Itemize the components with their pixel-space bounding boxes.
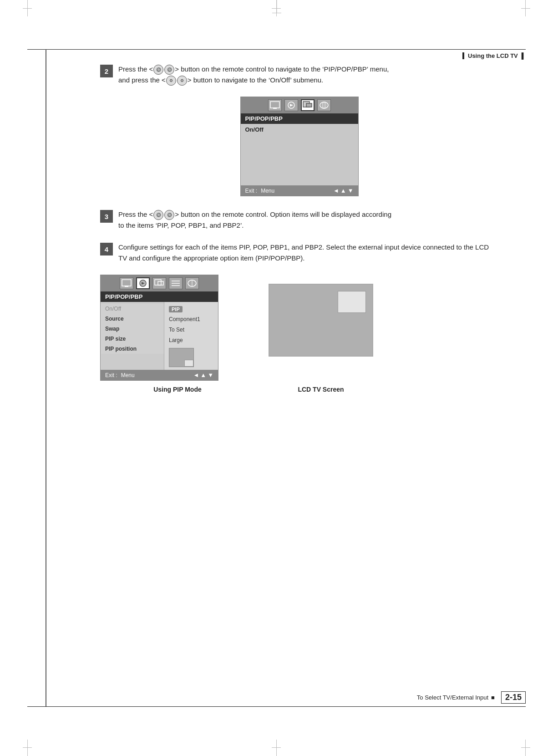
menu2-wrapper: PIP/POP/PBP On/Off Source Swap PIP size … (100, 275, 255, 381)
menu2-panel: PIP/POP/PBP On/Off Source Swap PIP size … (100, 275, 218, 381)
menu2-item-onoff: On/Off (101, 304, 164, 314)
left-margin-line (46, 49, 46, 707)
menu1-footer-exit: Exit : (245, 188, 258, 194)
caption-left: Using PIP Mode (100, 385, 255, 393)
menu1-box: PIP/POP/PBP On/Off Exit : Menu ◄ ▲ ▼ (240, 97, 359, 196)
menu1-body (241, 135, 358, 185)
menu1-wrapper: PIP/POP/PBP On/Off Exit : Menu ◄ ▲ ▼ (100, 97, 498, 196)
captions-row: Using PIP Mode LCD TV Screen (100, 385, 498, 393)
menu2-preview-box (169, 348, 194, 367)
svg-rect-8 (122, 280, 131, 286)
menu2-item-pipsize: PIP size (101, 334, 164, 344)
lcd-pip-box (338, 291, 366, 313)
footer-text: To Select TV/External Input (417, 694, 488, 701)
svg-rect-12 (158, 281, 163, 285)
menu2-item-source: Source (101, 314, 164, 324)
step-2-block: 2 Press the <🔘🔘> button on the remote co… (100, 64, 498, 86)
nav2-up: ▲ (200, 372, 206, 378)
menu1-icon-4 (317, 99, 331, 111)
nav-icon-1: 🔘 (153, 65, 163, 75)
caption-right-text: LCD TV Screen (298, 386, 344, 393)
menu2-right-col: PIP Component1To SetLarge (164, 302, 218, 370)
lcd-screen-wrapper (269, 284, 373, 357)
header-title: Using the LCD TV (462, 52, 518, 59)
menu2-icons-row (101, 275, 218, 291)
menu1-footer-nav: ◄ ▲ ▼ (333, 187, 354, 194)
step-2-text: Press the <🔘🔘> button on the remote cont… (118, 64, 389, 86)
step-2-number: 2 (100, 65, 113, 77)
footer-bullet: ■ (491, 694, 495, 701)
menu2-footer-exit: Exit : (105, 372, 117, 378)
menu1-footer-menu: Menu (261, 188, 274, 194)
svg-rect-1 (273, 107, 277, 109)
menu1-icon-3-active (301, 99, 315, 111)
nav-up: ▲ (340, 187, 346, 194)
menu2-item-swap: Swap (101, 324, 164, 334)
step-4-block: 4 Configure settings for each of the ite… (100, 242, 498, 264)
main-content: 2 Press the <🔘🔘> button on the remote co… (100, 64, 498, 393)
nav-icon-2: 🔘 (164, 65, 174, 75)
nav2-left: ◄ (193, 372, 199, 378)
menu2-footer-menu: Menu (121, 372, 135, 378)
menu1-icon-1 (268, 99, 282, 111)
step3-icon-2: 🔘 (164, 210, 174, 220)
step-4-text: Configure settings for each of the items… (118, 242, 498, 264)
menu2-body: On/Off Source Swap PIP size PIP position… (101, 302, 218, 370)
menu2-submenu-items: Component1To SetLarge (169, 314, 213, 345)
step-3-number: 3 (100, 210, 113, 223)
menu2-icon-4 (169, 277, 183, 289)
nav-icon-3: ⚙ (166, 76, 176, 86)
menu2-footer-nav: ◄ ▲ ▼ (193, 372, 213, 378)
menu2-preview-pip (184, 360, 193, 367)
menu1-item-onoff: On/Off (241, 124, 358, 135)
menu2-icon-3 (152, 277, 166, 289)
menu2-icon-5 (185, 277, 199, 289)
footer-bar: To Select TV/External Input ■ 2-15 (27, 691, 526, 707)
step-3-block: 3 Press the <🔘🔘> button on the remote co… (100, 209, 498, 231)
menu2-title: PIP/POP/PBP (101, 291, 218, 302)
caption-right: LCD TV Screen (269, 385, 373, 393)
header-bar-end: ▌ (522, 52, 526, 59)
caption-left-text: Using PIP Mode (153, 386, 202, 393)
menu1-title: PIP/POP/PBP (241, 113, 358, 124)
svg-rect-0 (270, 102, 279, 108)
menu2-item-pipposition: PIP position (101, 344, 164, 354)
svg-rect-9 (125, 286, 128, 287)
menu2-lcd-layout: PIP/POP/PBP On/Off Source Swap PIP size … (100, 275, 498, 381)
menu2-icon-1 (120, 277, 133, 289)
menu2-left-col: On/Off Source Swap PIP size PIP position (101, 302, 164, 370)
header-bar: Using the LCD TV ▌ (27, 49, 526, 59)
menu2-footer: Exit : Menu ◄ ▲ ▼ (101, 370, 218, 380)
svg-rect-4 (306, 103, 312, 107)
menu2-pip-label: PIP (169, 306, 183, 312)
footer-page: 2-15 (501, 691, 526, 704)
lcd-screen (269, 284, 373, 357)
nav-down: ▼ (348, 187, 354, 194)
menu1-footer: Exit : Menu ◄ ▲ ▼ (241, 185, 358, 196)
menu1-icon-2 (284, 99, 298, 111)
step3-icon-1: 🔘 (153, 210, 163, 220)
step-3-text: Press the <🔘🔘> button on the remote cont… (118, 209, 391, 231)
menu2-icon-2-active (136, 277, 150, 289)
menu1-icons-row (241, 97, 358, 113)
step-4-number: 4 (100, 243, 113, 255)
nav2-down: ▼ (208, 372, 213, 378)
nav-icon-4: ⚙ (177, 76, 187, 86)
nav-left: ◄ (333, 187, 339, 194)
